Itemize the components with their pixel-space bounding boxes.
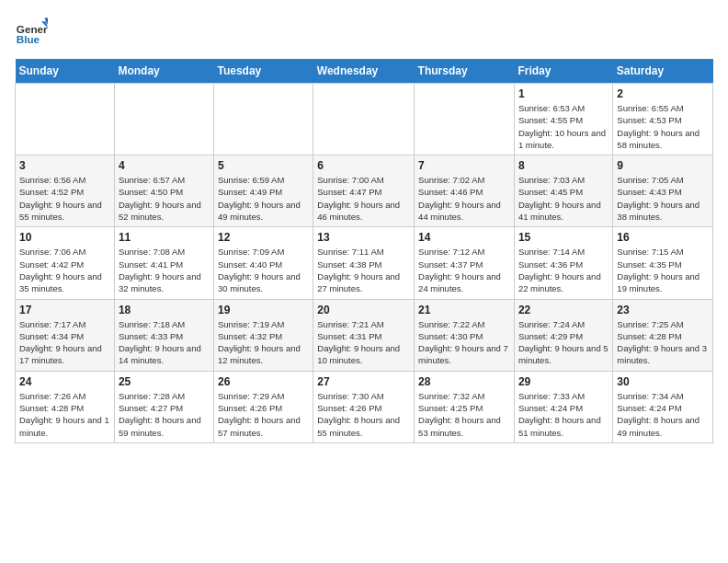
- svg-text:Blue: Blue: [17, 33, 40, 45]
- day-of-week-header: Monday: [114, 59, 213, 84]
- calendar-cell: 14Sunrise: 7:12 AM Sunset: 4:37 PM Dayli…: [415, 227, 515, 299]
- calendar-table: SundayMondayTuesdayWednesdayThursdayFrid…: [15, 59, 713, 443]
- calendar-cell: [114, 84, 213, 155]
- calendar-cell: 13Sunrise: 7:11 AM Sunset: 4:38 PM Dayli…: [313, 227, 415, 299]
- day-info: Sunrise: 7:03 AM Sunset: 4:45 PM Dayligh…: [518, 174, 609, 223]
- day-info: Sunrise: 6:56 AM Sunset: 4:52 PM Dayligh…: [19, 174, 110, 223]
- day-number: 28: [418, 375, 510, 388]
- calendar-cell: 20Sunrise: 7:21 AM Sunset: 4:31 PM Dayli…: [313, 299, 415, 371]
- calendar-cell: [214, 84, 313, 155]
- calendar-cell: 15Sunrise: 7:14 AM Sunset: 4:36 PM Dayli…: [514, 227, 612, 299]
- day-of-week-header: Tuesday: [214, 59, 313, 84]
- calendar-cell: 29Sunrise: 7:33 AM Sunset: 4:24 PM Dayli…: [514, 371, 612, 442]
- day-number: 30: [617, 375, 709, 388]
- day-number: 11: [119, 231, 210, 244]
- day-of-week-header: Saturday: [613, 59, 713, 84]
- calendar-cell: 10Sunrise: 7:06 AM Sunset: 4:42 PM Dayli…: [16, 227, 115, 299]
- day-info: Sunrise: 7:12 AM Sunset: 4:37 PM Dayligh…: [418, 246, 510, 294]
- day-info: Sunrise: 7:08 AM Sunset: 4:41 PM Dayligh…: [119, 246, 210, 294]
- day-number: 16: [617, 231, 709, 244]
- calendar-cell: 24Sunrise: 7:26 AM Sunset: 4:28 PM Dayli…: [16, 371, 115, 442]
- day-number: 13: [317, 231, 410, 244]
- day-number: 21: [418, 304, 510, 316]
- day-info: Sunrise: 7:02 AM Sunset: 4:46 PM Dayligh…: [418, 174, 510, 223]
- day-number: 15: [518, 231, 609, 244]
- day-number: 3: [19, 159, 110, 172]
- day-info: Sunrise: 7:06 AM Sunset: 4:42 PM Dayligh…: [19, 246, 110, 294]
- calendar-cell: 1Sunrise: 6:53 AM Sunset: 4:55 PM Daylig…: [514, 84, 612, 155]
- day-number: 4: [119, 159, 210, 172]
- day-info: Sunrise: 6:53 AM Sunset: 4:55 PM Dayligh…: [518, 102, 609, 151]
- day-of-week-header: Wednesday: [313, 59, 415, 84]
- calendar-cell: 8Sunrise: 7:03 AM Sunset: 4:45 PM Daylig…: [514, 155, 612, 227]
- day-info: Sunrise: 7:22 AM Sunset: 4:30 PM Dayligh…: [418, 318, 510, 367]
- logo-icon: General Blue: [15, 15, 48, 48]
- day-number: 26: [218, 375, 309, 388]
- calendar-cell: 7Sunrise: 7:02 AM Sunset: 4:46 PM Daylig…: [415, 155, 515, 227]
- day-info: Sunrise: 7:30 AM Sunset: 4:26 PM Dayligh…: [317, 390, 410, 439]
- calendar-cell: 3Sunrise: 6:56 AM Sunset: 4:52 PM Daylig…: [16, 155, 115, 227]
- day-info: Sunrise: 7:25 AM Sunset: 4:28 PM Dayligh…: [617, 318, 709, 367]
- day-number: 18: [119, 304, 210, 316]
- day-info: Sunrise: 7:18 AM Sunset: 4:33 PM Dayligh…: [119, 318, 210, 367]
- day-info: Sunrise: 7:26 AM Sunset: 4:28 PM Dayligh…: [19, 390, 110, 439]
- calendar-cell: 4Sunrise: 6:57 AM Sunset: 4:50 PM Daylig…: [114, 155, 213, 227]
- day-info: Sunrise: 7:33 AM Sunset: 4:24 PM Dayligh…: [518, 390, 609, 439]
- day-number: 19: [218, 304, 309, 316]
- day-info: Sunrise: 7:21 AM Sunset: 4:31 PM Dayligh…: [317, 318, 410, 367]
- day-info: Sunrise: 7:32 AM Sunset: 4:25 PM Dayligh…: [418, 390, 510, 439]
- calendar-cell: 17Sunrise: 7:17 AM Sunset: 4:34 PM Dayli…: [16, 299, 115, 371]
- calendar-cell: 11Sunrise: 7:08 AM Sunset: 4:41 PM Dayli…: [114, 227, 213, 299]
- day-info: Sunrise: 7:09 AM Sunset: 4:40 PM Dayligh…: [218, 246, 309, 294]
- day-info: Sunrise: 7:11 AM Sunset: 4:38 PM Dayligh…: [317, 246, 410, 294]
- calendar-cell: 30Sunrise: 7:34 AM Sunset: 4:24 PM Dayli…: [613, 371, 713, 442]
- day-of-week-header: Friday: [514, 59, 612, 84]
- day-number: 24: [19, 375, 110, 388]
- calendar-cell: 21Sunrise: 7:22 AM Sunset: 4:30 PM Dayli…: [415, 299, 515, 371]
- day-info: Sunrise: 7:28 AM Sunset: 4:27 PM Dayligh…: [119, 390, 210, 439]
- day-of-week-header: Thursday: [415, 59, 515, 84]
- calendar-cell: 2Sunrise: 6:55 AM Sunset: 4:53 PM Daylig…: [613, 84, 713, 155]
- calendar-cell: 16Sunrise: 7:15 AM Sunset: 4:35 PM Dayli…: [613, 227, 713, 299]
- calendar-cell: 23Sunrise: 7:25 AM Sunset: 4:28 PM Dayli…: [613, 299, 713, 371]
- calendar-week-row: 3Sunrise: 6:56 AM Sunset: 4:52 PM Daylig…: [16, 155, 713, 227]
- day-number: 1: [518, 87, 609, 100]
- day-info: Sunrise: 6:59 AM Sunset: 4:49 PM Dayligh…: [218, 174, 309, 223]
- page-header: General Blue: [15, 15, 713, 48]
- day-info: Sunrise: 6:57 AM Sunset: 4:50 PM Dayligh…: [119, 174, 210, 223]
- day-number: 29: [518, 375, 609, 388]
- day-number: 10: [19, 231, 110, 244]
- day-number: 9: [617, 159, 709, 172]
- calendar-cell: 25Sunrise: 7:28 AM Sunset: 4:27 PM Dayli…: [114, 371, 213, 442]
- calendar-week-row: 17Sunrise: 7:17 AM Sunset: 4:34 PM Dayli…: [16, 299, 713, 371]
- day-info: Sunrise: 7:34 AM Sunset: 4:24 PM Dayligh…: [617, 390, 709, 439]
- calendar-week-row: 10Sunrise: 7:06 AM Sunset: 4:42 PM Dayli…: [16, 227, 713, 299]
- calendar-week-row: 24Sunrise: 7:26 AM Sunset: 4:28 PM Dayli…: [16, 371, 713, 442]
- calendar-cell: [313, 84, 415, 155]
- day-info: Sunrise: 7:24 AM Sunset: 4:29 PM Dayligh…: [518, 318, 609, 367]
- calendar-week-row: 1Sunrise: 6:53 AM Sunset: 4:55 PM Daylig…: [16, 84, 713, 155]
- day-of-week-header: Sunday: [16, 59, 115, 84]
- calendar-cell: 9Sunrise: 7:05 AM Sunset: 4:43 PM Daylig…: [613, 155, 713, 227]
- day-number: 14: [418, 231, 510, 244]
- calendar-cell: [16, 84, 115, 155]
- day-number: 20: [317, 304, 410, 316]
- day-info: Sunrise: 7:00 AM Sunset: 4:47 PM Dayligh…: [317, 174, 410, 223]
- day-info: Sunrise: 7:05 AM Sunset: 4:43 PM Dayligh…: [617, 174, 709, 223]
- day-number: 23: [617, 304, 709, 316]
- day-number: 6: [317, 159, 410, 172]
- day-info: Sunrise: 7:15 AM Sunset: 4:35 PM Dayligh…: [617, 246, 709, 294]
- calendar-cell: 5Sunrise: 6:59 AM Sunset: 4:49 PM Daylig…: [214, 155, 313, 227]
- day-number: 12: [218, 231, 309, 244]
- day-number: 8: [518, 159, 609, 172]
- day-number: 5: [218, 159, 309, 172]
- day-info: Sunrise: 7:14 AM Sunset: 4:36 PM Dayligh…: [518, 246, 609, 294]
- calendar-cell: 22Sunrise: 7:24 AM Sunset: 4:29 PM Dayli…: [514, 299, 612, 371]
- calendar-cell: [415, 84, 515, 155]
- day-number: 27: [317, 375, 410, 388]
- day-info: Sunrise: 7:29 AM Sunset: 4:26 PM Dayligh…: [218, 390, 309, 439]
- day-number: 17: [19, 304, 110, 316]
- day-info: Sunrise: 7:19 AM Sunset: 4:32 PM Dayligh…: [218, 318, 309, 367]
- day-number: 25: [119, 375, 210, 388]
- calendar-cell: 26Sunrise: 7:29 AM Sunset: 4:26 PM Dayli…: [214, 371, 313, 442]
